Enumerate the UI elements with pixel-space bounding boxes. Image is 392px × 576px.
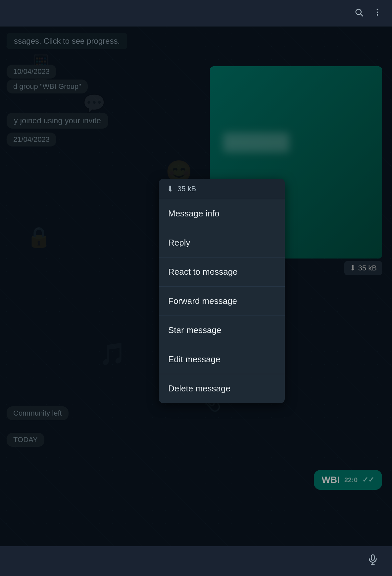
context-menu-header: ⬇ 35 kB	[159, 179, 285, 199]
menu-item-edit-message[interactable]: Edit message	[159, 345, 285, 374]
download-icon-header: ⬇	[167, 184, 173, 194]
menu-item-star-message[interactable]: Star message	[159, 316, 285, 345]
mic-icon[interactable]	[367, 554, 379, 569]
menu-item-delete-message[interactable]: Delete message	[159, 374, 285, 403]
menu-item-react-to-message[interactable]: React to message	[159, 258, 285, 287]
more-options-icon[interactable]	[373, 8, 382, 19]
svg-point-4	[377, 14, 378, 16]
context-menu: ⬇ 35 kB Message info Reply React to mess…	[159, 179, 285, 403]
search-icon[interactable]	[354, 8, 364, 19]
menu-item-forward-message[interactable]: Forward message	[159, 287, 285, 316]
svg-rect-5	[371, 555, 374, 560]
header-bar	[0, 0, 392, 27]
svg-point-3	[377, 11, 378, 13]
chat-background: 📱 💬 😊 🔒 📷 🎵 📎 ssages. Click to see progr…	[0, 27, 392, 546]
svg-point-2	[377, 9, 378, 10]
svg-line-1	[361, 14, 363, 16]
menu-item-reply[interactable]: Reply	[159, 228, 285, 258]
menu-item-message-info[interactable]: Message info	[159, 199, 285, 228]
context-menu-size: 35 kB	[177, 185, 196, 193]
bottom-input-bar	[0, 546, 392, 576]
